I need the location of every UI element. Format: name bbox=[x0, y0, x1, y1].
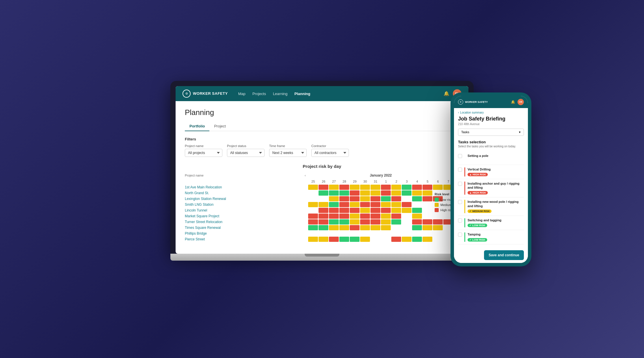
day-cell bbox=[339, 207, 349, 213]
day-cell bbox=[391, 190, 401, 196]
day-cell bbox=[308, 213, 318, 219]
day-block bbox=[350, 196, 360, 201]
task-checkbox-0[interactable] bbox=[458, 154, 462, 158]
day-cell bbox=[308, 225, 318, 231]
day-cell bbox=[360, 190, 370, 196]
day-cell bbox=[360, 236, 370, 242]
nav-links: Map Projects Learning Planning bbox=[238, 91, 310, 96]
project-name-cell[interactable]: Phillips Bridge bbox=[185, 231, 302, 236]
project-name-cell[interactable]: Market Square Project bbox=[185, 213, 302, 219]
task-checkbox-1[interactable] bbox=[458, 168, 462, 172]
day-cell bbox=[412, 202, 422, 207]
task-text-3: Installing new wood pole / rigging and l… bbox=[468, 200, 524, 213]
day-block bbox=[381, 202, 391, 207]
day-block bbox=[381, 208, 391, 213]
project-name-cell[interactable]: Lincoln Tunnel bbox=[185, 207, 302, 213]
day-cell bbox=[370, 184, 381, 190]
task-bar-3 bbox=[464, 200, 465, 213]
day-cell bbox=[391, 236, 401, 242]
day-block bbox=[319, 202, 328, 207]
task-checkbox-2[interactable] bbox=[458, 182, 462, 186]
day-block bbox=[381, 225, 391, 230]
day-cell bbox=[329, 213, 339, 219]
project-name-cell[interactable]: Pierce Street bbox=[185, 236, 302, 242]
day-cell bbox=[391, 225, 401, 231]
day-cell bbox=[318, 202, 329, 207]
save-continue-button[interactable]: Save and continue bbox=[484, 250, 524, 260]
day-block bbox=[412, 231, 422, 236]
day-cell bbox=[349, 236, 360, 242]
nav-item-planning[interactable]: Planning bbox=[295, 91, 310, 96]
nav-item-map[interactable]: Map bbox=[238, 91, 245, 96]
day-cell bbox=[401, 236, 412, 242]
day-cell bbox=[370, 202, 381, 207]
phone-bell-icon[interactable]: 🔔 bbox=[511, 100, 515, 104]
filter-project-status-select[interactable]: All statuses bbox=[227, 149, 265, 157]
task-item: Setting a pole bbox=[458, 151, 524, 165]
calendar-header-project: Project name bbox=[185, 172, 302, 179]
project-name-cell[interactable]: North Grand St. bbox=[185, 190, 302, 196]
day-cell bbox=[329, 207, 339, 213]
back-link[interactable]: ‹ Location summary bbox=[458, 111, 524, 114]
day-block bbox=[371, 225, 380, 230]
app-name: WORKER SAFETY bbox=[193, 91, 228, 96]
day-cell bbox=[308, 219, 318, 225]
day-cell bbox=[412, 196, 422, 202]
day-block bbox=[339, 196, 349, 201]
calendar-day-header: 6 bbox=[433, 179, 443, 184]
phone-dropdown-chevron-icon: ▾ bbox=[519, 130, 521, 134]
day-block bbox=[308, 196, 318, 201]
day-block bbox=[371, 196, 380, 201]
filter-project-name-select[interactable]: All projects bbox=[185, 149, 222, 157]
task-checkbox-4[interactable] bbox=[458, 218, 462, 222]
day-cell bbox=[412, 207, 422, 213]
day-block bbox=[412, 202, 422, 207]
phone-tasks-dropdown[interactable]: Tasks ▾ bbox=[458, 129, 524, 136]
prev-month-button[interactable]: ‹ bbox=[302, 172, 308, 179]
filter-project-name-label: Project name bbox=[185, 144, 222, 148]
day-cell bbox=[433, 231, 443, 236]
day-cell bbox=[370, 196, 381, 202]
day-block bbox=[422, 237, 432, 242]
task-badge-5: ✓ LOW RISK bbox=[468, 238, 487, 242]
table-row: 1st Ave Main Relocation bbox=[185, 184, 459, 190]
day-block bbox=[412, 214, 422, 219]
day-cell bbox=[360, 231, 370, 236]
task-name-4: Switching and tagging bbox=[468, 218, 524, 222]
phone-screen: ⊙ WORKER SAFETY 🔔 UB ‹ Location summary … bbox=[454, 96, 528, 263]
task-badge-1: ▲ HIGH RISK bbox=[468, 173, 488, 176]
phone-logo-icon: ⊙ bbox=[458, 99, 463, 105]
day-cell bbox=[339, 190, 349, 196]
day-cell bbox=[339, 219, 349, 225]
project-name-cell[interactable]: Times Square Renewal bbox=[185, 225, 302, 231]
day-cell bbox=[339, 225, 349, 231]
project-name-cell[interactable]: Lexington Station Renewal bbox=[185, 196, 302, 202]
day-block bbox=[391, 219, 401, 225]
day-cell bbox=[360, 219, 370, 225]
tab-project[interactable]: Project bbox=[209, 122, 230, 131]
task-bar-5 bbox=[464, 232, 465, 242]
task-text-4: Switching and tagging✓ LOW RISK bbox=[468, 218, 524, 227]
day-cell bbox=[360, 225, 370, 231]
day-block bbox=[308, 219, 318, 225]
tabs: Portfolio Project bbox=[185, 122, 459, 131]
day-cell bbox=[412, 225, 422, 231]
day-cell bbox=[412, 231, 422, 236]
day-cell bbox=[370, 219, 381, 225]
nav-item-learning[interactable]: Learning bbox=[273, 91, 288, 96]
project-name-cell[interactable]: 1st Ave Main Relocation bbox=[185, 184, 302, 190]
filter-time-frame-select[interactable]: Next 2 weeks bbox=[269, 149, 307, 157]
bell-icon[interactable]: 🔔 bbox=[444, 91, 449, 96]
project-name-cell[interactable]: Smith LNG Station bbox=[185, 202, 302, 207]
phone-user-avatar[interactable]: UB bbox=[518, 99, 524, 105]
day-block bbox=[329, 219, 339, 225]
day-cell bbox=[381, 219, 391, 225]
task-checkbox-5[interactable] bbox=[458, 233, 462, 237]
project-name-cell[interactable]: Turner Street Relocation bbox=[185, 219, 302, 225]
tab-portfolio[interactable]: Portfolio bbox=[185, 122, 209, 131]
day-block bbox=[329, 231, 339, 236]
day-block bbox=[308, 237, 318, 242]
task-checkbox-3[interactable] bbox=[458, 200, 462, 204]
filter-contractor-select[interactable]: All contractors bbox=[311, 149, 349, 157]
nav-item-projects[interactable]: Projects bbox=[252, 91, 266, 96]
